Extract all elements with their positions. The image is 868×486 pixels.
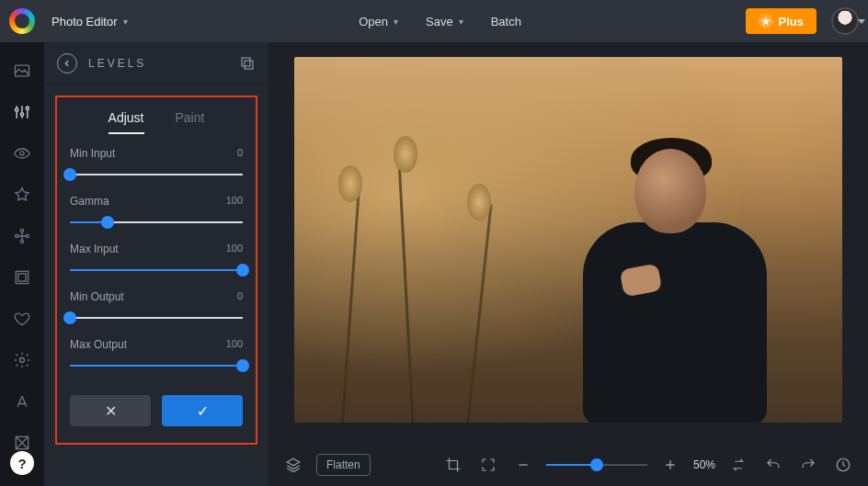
app-mode-label: Photo Editor bbox=[51, 15, 118, 28]
close-icon: ✕ bbox=[105, 402, 117, 420]
crop-icon[interactable] bbox=[441, 453, 465, 477]
cancel-button[interactable]: ✕ bbox=[70, 395, 151, 426]
field-label: Min Input bbox=[70, 147, 115, 160]
svg-point-3 bbox=[26, 107, 29, 109]
field-label: Max Output bbox=[70, 338, 127, 351]
svg-rect-14 bbox=[245, 61, 253, 69]
star-badge-icon: ★ bbox=[759, 14, 773, 28]
save-label: Save bbox=[426, 15, 453, 28]
undo-icon[interactable] bbox=[761, 453, 785, 477]
field-max-input: Max Input100 bbox=[70, 243, 243, 277]
svg-point-2 bbox=[20, 113, 23, 116]
field-min-input: Min Input0 bbox=[70, 147, 243, 182]
nodes-icon[interactable] bbox=[12, 226, 32, 246]
image-icon[interactable] bbox=[12, 61, 32, 81]
batch-button[interactable]: Batch bbox=[479, 8, 533, 35]
tool-rail: ? bbox=[0, 42, 44, 486]
open-button[interactable]: Open▾ bbox=[347, 8, 410, 35]
app-mode-dropdown[interactable]: Photo Editor ▾ bbox=[44, 11, 135, 32]
field-value: 100 bbox=[226, 195, 243, 208]
slider-gamma[interactable] bbox=[70, 215, 243, 230]
slider-max-input[interactable] bbox=[70, 263, 243, 277]
zoom-slider[interactable] bbox=[546, 458, 647, 471]
expand-icon[interactable] bbox=[476, 453, 500, 477]
zoom-label: 50% bbox=[693, 458, 715, 471]
field-label: Gamma bbox=[70, 195, 109, 208]
photo-canvas[interactable] bbox=[294, 57, 842, 423]
star-icon[interactable] bbox=[12, 185, 32, 205]
chevron-down-icon: ▾ bbox=[459, 17, 463, 27]
user-avatar-dropdown[interactable] bbox=[831, 7, 859, 35]
redo-icon[interactable] bbox=[796, 453, 820, 477]
pattern-icon[interactable] bbox=[12, 433, 32, 453]
duplicate-icon[interactable] bbox=[239, 55, 256, 72]
zoom-in-icon[interactable] bbox=[658, 453, 682, 477]
svg-point-1 bbox=[16, 108, 18, 111]
chevron-down-icon: ▾ bbox=[123, 17, 128, 27]
field-value: 0 bbox=[237, 290, 243, 303]
eye-icon[interactable] bbox=[12, 143, 32, 164]
field-min-output: Min Output0 bbox=[70, 290, 243, 325]
svg-point-5 bbox=[16, 234, 18, 237]
apply-button[interactable]: ✓ bbox=[162, 395, 243, 426]
levels-panel: LEVELS Adjust Paint Min Input0 Gamma100 … bbox=[44, 42, 268, 486]
batch-label: Batch bbox=[491, 15, 521, 28]
help-button[interactable]: ? bbox=[10, 451, 34, 475]
back-button[interactable] bbox=[57, 53, 77, 73]
history-icon[interactable] bbox=[831, 453, 855, 477]
svg-rect-13 bbox=[242, 58, 250, 66]
chevron-down-icon: ▾ bbox=[394, 17, 398, 27]
heart-icon[interactable] bbox=[12, 309, 32, 329]
field-gamma: Gamma100 bbox=[70, 195, 243, 230]
swap-icon[interactable] bbox=[726, 453, 750, 477]
tab-paint[interactable]: Paint bbox=[176, 110, 205, 134]
panel-body: Adjust Paint Min Input0 Gamma100 Max Inp… bbox=[55, 96, 257, 445]
check-icon: ✓ bbox=[197, 402, 209, 420]
zoom-out-icon[interactable] bbox=[511, 453, 535, 477]
svg-rect-10 bbox=[18, 274, 26, 281]
field-label: Min Output bbox=[70, 290, 124, 303]
open-label: Open bbox=[359, 15, 388, 28]
frame-icon[interactable] bbox=[12, 267, 32, 288]
canvas-area: Flatten 50% bbox=[268, 42, 868, 486]
field-value: 0 bbox=[237, 147, 243, 160]
svg-point-6 bbox=[20, 230, 23, 232]
save-button[interactable]: Save▾ bbox=[414, 8, 475, 35]
slider-min-input[interactable] bbox=[70, 167, 243, 182]
plus-label: Plus bbox=[779, 15, 804, 28]
field-max-output: Max Output100 bbox=[70, 338, 243, 373]
field-value: 100 bbox=[226, 243, 243, 255]
sliders-icon[interactable] bbox=[12, 102, 32, 122]
text-icon[interactable] bbox=[12, 391, 32, 412]
slider-min-output[interactable] bbox=[70, 311, 243, 325]
file-actions: Open▾ Save▾ Batch bbox=[347, 8, 533, 35]
slider-max-output[interactable] bbox=[70, 358, 243, 373]
svg-point-8 bbox=[26, 234, 29, 237]
app-logo[interactable] bbox=[9, 8, 35, 34]
top-bar: Photo Editor ▾ Open▾ Save▾ Batch ★ Plus bbox=[0, 0, 868, 42]
upgrade-plus-button[interactable]: ★ Plus bbox=[746, 8, 817, 34]
svg-point-7 bbox=[20, 240, 23, 243]
panel-title: LEVELS bbox=[88, 57, 228, 70]
gear-icon[interactable] bbox=[12, 350, 32, 370]
layers-icon[interactable] bbox=[281, 453, 305, 477]
svg-point-4 bbox=[20, 152, 24, 155]
bottom-bar: Flatten 50% bbox=[268, 444, 868, 486]
svg-point-11 bbox=[20, 358, 25, 363]
field-value: 100 bbox=[226, 338, 243, 351]
field-label: Max Input bbox=[70, 243, 119, 255]
flatten-button[interactable]: Flatten bbox=[316, 454, 371, 476]
tab-adjust[interactable]: Adjust bbox=[108, 110, 144, 134]
